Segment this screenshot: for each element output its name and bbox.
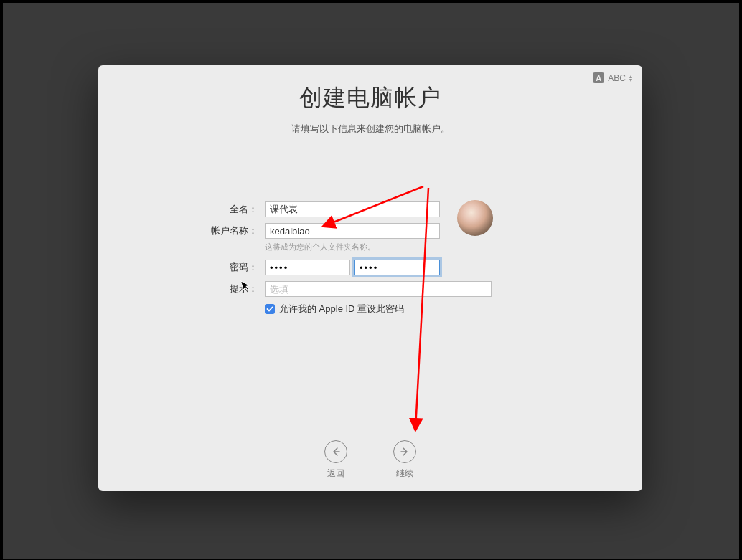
input-method-badge: A bbox=[593, 72, 604, 83]
password-confirm-input[interactable] bbox=[354, 260, 440, 275]
fullname-label: 全名： bbox=[98, 203, 265, 216]
page-title: 创建电脑帐户 bbox=[98, 82, 642, 114]
accountname-hint: 这将成为您的个人文件夹名称。 bbox=[265, 242, 642, 252]
create-account-dialog: A ABC ▴▾ 创建电脑帐户 请填写以下信息来创建您的电脑帐户。 全名： 帐户… bbox=[98, 65, 642, 491]
arrow-left-icon bbox=[330, 446, 342, 457]
accountname-input[interactable] bbox=[265, 223, 440, 239]
fullname-input[interactable] bbox=[265, 201, 440, 217]
continue-label: 继续 bbox=[396, 468, 413, 480]
input-method-label: ABC bbox=[608, 73, 626, 83]
hint-input[interactable] bbox=[265, 281, 492, 297]
input-method-indicator[interactable]: A ABC ▴▾ bbox=[593, 72, 632, 83]
password-label: 密码： bbox=[98, 261, 265, 274]
appleid-reset-checkbox[interactable] bbox=[265, 304, 275, 314]
checkmark-icon bbox=[266, 305, 273, 313]
appleid-reset-label: 允许我的 Apple ID 重设此密码 bbox=[279, 303, 404, 315]
accountname-label: 帐户名称： bbox=[98, 224, 265, 237]
continue-button[interactable]: 继续 bbox=[393, 440, 416, 480]
back-button[interactable]: 返回 bbox=[324, 440, 347, 480]
password-input[interactable] bbox=[265, 260, 350, 275]
back-label: 返回 bbox=[327, 468, 344, 480]
chevron-updown-icon: ▴▾ bbox=[629, 75, 632, 82]
page-subtitle: 请填写以下信息来创建您的电脑帐户。 bbox=[98, 123, 642, 136]
form-container: 全名： 帐户名称： 这将成为您的个人文件夹名称。 密码： 提示： bbox=[98, 201, 642, 315]
arrow-right-icon bbox=[399, 446, 410, 457]
hint-label: 提示： bbox=[98, 283, 265, 295]
